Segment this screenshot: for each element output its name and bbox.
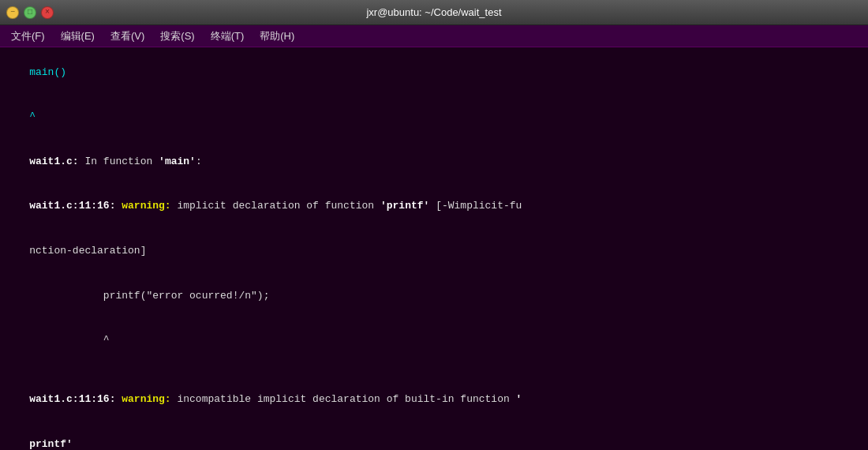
close-button[interactable]: × [41, 6, 54, 19]
menu-terminal[interactable]: 终端(T) [203, 28, 253, 45]
terminal-line: ^ [5, 318, 863, 363]
titlebar: − □ × jxr@ubuntu: ~/Code/wait_test [0, 0, 868, 25]
terminal-line: nction-declaration] [5, 229, 863, 274]
menu-edit[interactable]: 编辑(E) [53, 28, 103, 45]
terminal-line: wait1.c:11:16: warning: implicit declara… [5, 185, 863, 230]
terminal-line: printf("error ocurred!/n"); [5, 274, 863, 319]
menu-view[interactable]: 查看(V) [103, 28, 152, 45]
terminal-line: wait1.c:11:16: warning: incompatible imp… [5, 378, 863, 423]
menu-search[interactable]: 搜索(S) [152, 28, 202, 45]
terminal-line: printf' [5, 422, 863, 450]
window-controls[interactable]: − □ × [6, 6, 54, 19]
menubar: 文件(F) 编辑(E) 查看(V) 搜索(S) 终端(T) 帮助(H) [0, 25, 868, 47]
terminal-line: wait1.c: In function 'main': [5, 140, 863, 185]
terminal-line: ^ [5, 96, 863, 141]
terminal-line [5, 363, 863, 378]
menu-file[interactable]: 文件(F) [3, 28, 53, 45]
maximize-button[interactable]: □ [24, 6, 36, 19]
menu-help[interactable]: 帮助(H) [252, 28, 302, 45]
terminal-output[interactable]: main() ^ wait1.c: In function 'main': wa… [0, 47, 868, 450]
minimize-button[interactable]: − [6, 6, 19, 19]
window-title: jxr@ubuntu: ~/Code/wait_test [54, 6, 814, 18]
terminal-line: main() [5, 51, 863, 96]
